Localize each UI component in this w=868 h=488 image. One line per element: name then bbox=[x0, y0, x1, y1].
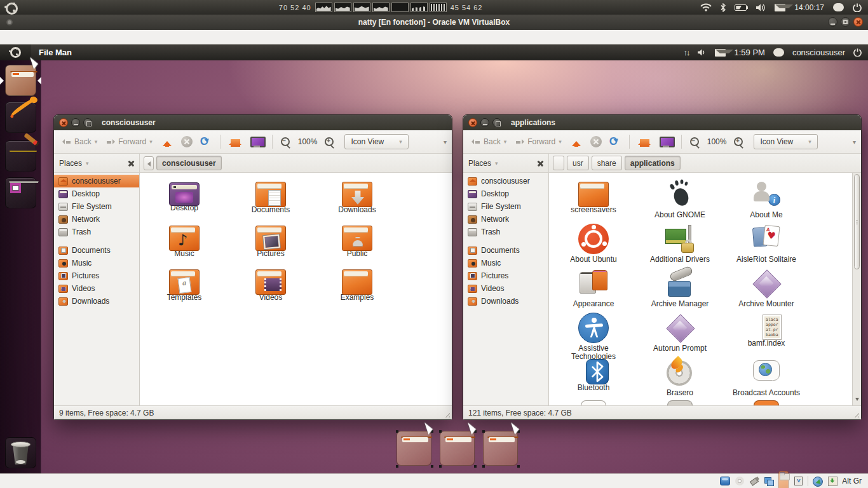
zoom-in-button[interactable]: + bbox=[733, 137, 744, 147]
scrollbar-thumb[interactable] bbox=[854, 174, 860, 269]
file-item[interactable]: Assistive Technologies bbox=[550, 313, 637, 357]
back-button[interactable]: Back▾ bbox=[468, 135, 510, 149]
vbox-titlebar[interactable]: natty [En fonction] - Oracle VM VirtualB… bbox=[0, 15, 868, 30]
up-button[interactable] bbox=[571, 137, 581, 147]
path-button[interactable]: share bbox=[592, 156, 622, 170]
view-mode-select[interactable]: Icon View▾ bbox=[754, 134, 817, 149]
file-item[interactable]: Public bbox=[314, 223, 400, 267]
sidebar-item[interactable]: Trash bbox=[463, 226, 548, 238]
file-item[interactable]: Pictures bbox=[227, 223, 314, 267]
host-menu-item[interactable] bbox=[34, 6, 46, 10]
monitor-graph-icon[interactable] bbox=[372, 3, 390, 12]
window-titlebar[interactable]: applications bbox=[463, 115, 861, 130]
cd-drive-icon[interactable] bbox=[735, 477, 745, 485]
sidebar-item[interactable]: Videos bbox=[463, 282, 548, 295]
close-button[interactable] bbox=[468, 118, 477, 127]
messaging-icon[interactable] bbox=[833, 3, 844, 11]
maximize-button[interactable] bbox=[841, 17, 850, 27]
monitor-graph-icon[interactable] bbox=[391, 3, 409, 12]
close-button[interactable] bbox=[59, 118, 68, 127]
toolbar-overflow-button[interactable]: ▾ bbox=[853, 139, 856, 146]
reload-button[interactable]: C bbox=[200, 136, 212, 147]
monitor-graph-icon[interactable] bbox=[353, 3, 370, 12]
launcher-firefox[interactable] bbox=[5, 102, 36, 133]
global-menu-item[interactable] bbox=[78, 50, 90, 55]
file-item[interactable]: Desktop bbox=[141, 179, 227, 223]
sidebar-item[interactable]: Pictures bbox=[54, 269, 139, 282]
global-menu-item[interactable] bbox=[101, 50, 112, 55]
file-item[interactable]: About Ubuntu bbox=[550, 224, 637, 268]
partial-file-icon[interactable] bbox=[754, 400, 779, 405]
reload-button[interactable]: C bbox=[609, 136, 621, 147]
launcher-notes[interactable] bbox=[5, 140, 36, 172]
minimize-button[interactable] bbox=[480, 118, 489, 127]
file-item[interactable]: bamf.index bbox=[723, 313, 810, 357]
network-adapter-icon[interactable] bbox=[813, 477, 823, 485]
net-load-numbers[interactable]: 45 54 62 bbox=[451, 4, 483, 11]
sidebar-item[interactable]: Videos bbox=[54, 282, 139, 295]
file-item[interactable]: Bluetooth bbox=[550, 357, 637, 402]
hard-disk-icon[interactable] bbox=[720, 477, 730, 485]
sidebar-item[interactable]: Network bbox=[463, 213, 548, 226]
file-item[interactable]: Downloads bbox=[314, 179, 400, 223]
window-titlebar[interactable]: conscioususer bbox=[54, 115, 452, 130]
bluetooth-icon[interactable] bbox=[721, 3, 726, 12]
me-menu-icon[interactable] bbox=[773, 48, 784, 57]
monitor-graph-icon[interactable] bbox=[315, 3, 332, 12]
file-item[interactable]: Archive Mounter bbox=[723, 268, 810, 313]
file-item[interactable]: i About Me bbox=[723, 179, 810, 224]
launcher-trash[interactable] bbox=[5, 437, 36, 468]
stop-button[interactable] bbox=[181, 136, 193, 147]
wifi-icon[interactable] bbox=[700, 3, 712, 11]
usb-icon[interactable] bbox=[749, 477, 759, 485]
path-button[interactable]: usr bbox=[567, 156, 589, 170]
vbox-menu-item[interactable] bbox=[0, 35, 13, 39]
file-item[interactable]: Music bbox=[141, 223, 227, 267]
path-scroll-left-button[interactable] bbox=[144, 156, 154, 170]
file-item[interactable]: Autorun Prompt bbox=[637, 313, 723, 357]
zoom-in-button[interactable]: + bbox=[324, 137, 335, 147]
sidebar-item[interactable]: Downloads bbox=[54, 295, 139, 308]
path-button[interactable] bbox=[553, 156, 564, 170]
shared-folder-icon[interactable] bbox=[778, 471, 789, 488]
file-item[interactable]: Documents bbox=[227, 179, 314, 223]
ubuntu-logo-icon[interactable] bbox=[4, 2, 18, 13]
zoom-out-button[interactable]: − bbox=[280, 137, 291, 147]
close-sidebar-icon[interactable] bbox=[538, 160, 543, 166]
battery-icon[interactable] bbox=[735, 4, 747, 11]
sidebar-item[interactable]: conscioususer bbox=[54, 175, 139, 187]
sidebar-item[interactable]: Pictures bbox=[463, 269, 548, 282]
sidebar-item[interactable]: Network bbox=[54, 213, 139, 226]
home-button[interactable] bbox=[229, 138, 241, 148]
stop-button[interactable] bbox=[590, 136, 602, 147]
power-icon[interactable] bbox=[853, 3, 862, 12]
system-monitor-applets[interactable] bbox=[315, 3, 447, 12]
file-item[interactable]: Templates bbox=[141, 267, 227, 311]
host-clock[interactable]: 14:00:17 bbox=[794, 3, 824, 12]
volume-icon[interactable] bbox=[697, 48, 707, 57]
host-menu-item[interactable] bbox=[47, 6, 58, 10]
file-item[interactable]: Appearance bbox=[550, 268, 637, 313]
launcher-file-manager[interactable] bbox=[5, 65, 36, 96]
desktop-shortcut-file-manager[interactable] bbox=[397, 431, 431, 466]
close-button[interactable] bbox=[853, 17, 863, 27]
minimize-button[interactable] bbox=[71, 118, 80, 127]
vm-clock[interactable]: 1:59 PM bbox=[734, 48, 764, 57]
launcher-workspace-switcher[interactable] bbox=[5, 177, 36, 208]
ubuntu-bfb-button[interactable] bbox=[0, 44, 31, 60]
sidebar-item[interactable]: Trash bbox=[54, 226, 139, 238]
file-item[interactable]: About GNOME bbox=[637, 179, 723, 224]
host-menu-item[interactable] bbox=[60, 6, 71, 10]
partial-file-icon[interactable] bbox=[667, 400, 693, 405]
file-item[interactable]: Archive Manager bbox=[637, 268, 723, 313]
minimize-button[interactable] bbox=[828, 17, 837, 27]
sidebar-item[interactable]: Desktop bbox=[463, 187, 548, 200]
zoom-out-button[interactable]: − bbox=[689, 137, 700, 147]
sidebar-item[interactable]: Documents bbox=[54, 244, 139, 257]
virtualization-icon[interactable] bbox=[793, 477, 803, 485]
file-item[interactable]: Brasero bbox=[637, 357, 723, 402]
view-mode-select[interactable]: Icon View▾ bbox=[344, 134, 408, 149]
global-menu-item[interactable] bbox=[112, 50, 124, 55]
file-item[interactable]: A AisleRiot Solitaire bbox=[723, 224, 810, 268]
path-button[interactable]: conscioususer bbox=[156, 156, 222, 170]
